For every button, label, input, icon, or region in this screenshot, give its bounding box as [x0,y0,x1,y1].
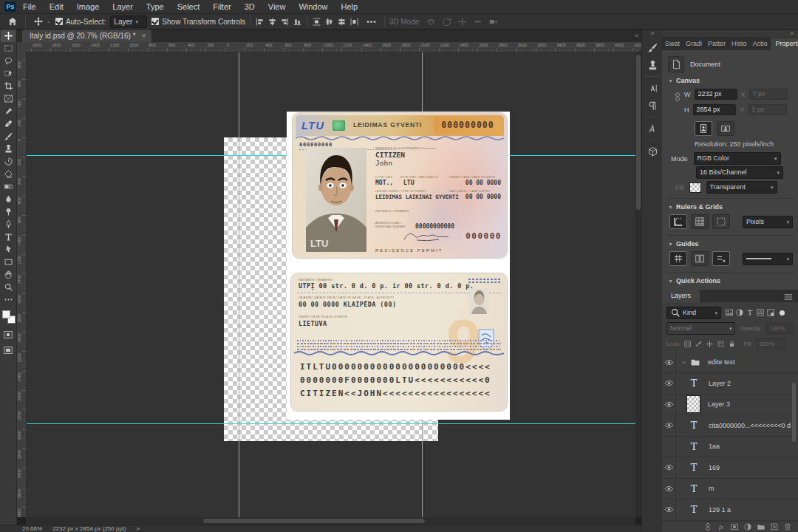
collapse-panels-icon[interactable]: » [790,30,794,37]
crop-tool[interactable] [1,80,16,92]
lock-all-icon[interactable] [728,340,736,348]
guide-style-dropdown[interactable]: ▾ [743,253,793,265]
3d-orbit-icon[interactable] [426,17,436,27]
document-tab[interactable]: Italy id.psd @ 20.7% (RGB/16) * × [22,30,151,42]
marquee-tool[interactable] [1,42,16,55]
units-dropdown[interactable]: Pixels▾ [743,216,793,228]
layers-menu-icon[interactable] [783,292,794,302]
text-layer-icon[interactable]: T [686,437,701,455]
tab-swat[interactable]: Swat [662,38,683,50]
visibility-eye-icon[interactable] [662,457,676,478]
show-transform-checkbox[interactable] [151,18,159,25]
toggle-snap-icon[interactable] [712,214,730,229]
distribute-left-icon[interactable] [349,17,359,27]
layer-row[interactable]: T m [662,478,798,499]
layer-row[interactable]: edite text [662,352,798,373]
healing-brush-tool[interactable] [1,117,16,130]
pen-tool[interactable] [1,218,16,231]
align-right-icon[interactable] [280,17,290,27]
distribute-top-icon[interactable] [312,17,321,27]
history-brush-tool[interactable] [1,155,16,168]
3d-icon[interactable] [642,143,663,160]
filter-smart-objects-icon[interactable] [766,308,775,317]
panel-collapse-icon[interactable]: » [635,30,638,42]
layer-row[interactable]: T Layer 2 [662,373,798,395]
layer-effects-icon[interactable]: fx [717,522,726,531]
menu-file[interactable]: File [16,0,43,13]
paragraph-icon[interactable] [642,97,663,115]
blur-tool[interactable] [1,193,16,205]
filter-adjustment-layers-icon[interactable] [735,308,744,317]
photoshop-logo[interactable]: Ps [4,1,16,12]
menu-select[interactable]: Select [171,0,207,13]
dodge-tool[interactable] [1,205,16,218]
visibility-eye-icon[interactable] [662,436,676,457]
more-options-icon[interactable]: ••• [364,18,380,26]
layers-tab[interactable]: Layers [662,290,700,302]
tab-histo[interactable]: Histo [729,38,750,50]
landscape-orientation-icon[interactable] [717,121,734,136]
canvas-viewport[interactable]: LTU LEIDIMAS GYVENTI 000000000 000000000 [26,52,635,517]
link-layers-icon[interactable] [703,522,712,531]
auto-select-target-dropdown[interactable]: Layer▾ [110,16,147,28]
menu-filter[interactable]: Filter [206,0,237,13]
character-icon[interactable] [642,79,663,97]
zoom-level[interactable]: 20.66% [22,525,42,532]
filter-kind-dropdown[interactable]: Kind▾ [666,307,721,319]
menu-help[interactable]: Help [335,0,365,13]
menu-edit[interactable]: Edit [43,0,70,13]
lock-artboard-icon[interactable] [717,340,725,348]
guide-horizontal-2[interactable] [26,423,635,424]
auto-select-checkbox[interactable] [55,18,63,25]
rulers-grids-header[interactable]: ▼Rulers & Grids [668,203,723,211]
align-left-icon[interactable] [255,17,265,27]
text-layer-icon[interactable]: T [686,417,701,434]
visibility-eye-icon[interactable] [662,373,676,394]
tab-actio[interactable]: Actio [750,38,771,50]
layer-row[interactable]: T cita0000000...<<<<<<<<0 d [662,415,798,437]
clone-stamp-tool[interactable] [1,143,16,155]
quick-actions-header[interactable]: ▼Quick Actions [668,277,720,284]
visibility-eye-icon[interactable] [662,394,676,415]
color-swatches[interactable] [2,310,14,322]
shape-tool[interactable] [1,256,16,268]
tab-patter[interactable]: Patter [705,38,729,50]
screen-mode-icon[interactable] [1,344,16,356]
layer-row[interactable]: T 129 1 a [662,499,798,521]
layers-scrollbar[interactable] [792,383,796,442]
home-icon[interactable] [4,16,21,27]
clear-guides-icon[interactable] [712,251,730,266]
new-group-icon[interactable] [757,522,765,531]
menu-window[interactable]: Window [292,0,334,13]
layer-row[interactable]: T 169 [662,457,798,479]
distribute-bottom-icon[interactable] [337,17,347,27]
menu-layer[interactable]: Layer [106,0,140,13]
align-center-icon[interactable] [267,17,277,27]
ruler-origin-corner[interactable] [16,42,27,52]
delete-layer-icon[interactable] [783,522,792,531]
3d-camera-icon[interactable] [488,17,498,27]
layer-row[interactable]: T 1aa [662,436,798,457]
frame-tool[interactable] [1,92,16,105]
add-mask-icon[interactable] [730,522,739,531]
bit-depth-dropdown[interactable]: 16 Bits/Channel▾ [696,166,783,179]
portrait-orientation-icon[interactable] [695,121,712,136]
fill-swatch[interactable] [689,183,701,193]
lock-position-icon[interactable] [706,340,714,348]
eyedropper-tool[interactable] [1,105,16,117]
guide-vertical-1[interactable] [239,52,239,517]
toggle-grid-icon[interactable] [691,214,709,229]
expand-panels-icon[interactable]: » [642,30,663,38]
lock-paint-icon[interactable] [695,340,703,348]
tab-gradi[interactable]: Gradi [683,38,705,50]
move-tool[interactable] [1,30,16,42]
filter-pixel-layers-icon[interactable] [725,308,734,317]
layer-thumbnail[interactable] [686,395,700,413]
adjustment-layer-icon[interactable] [743,522,752,531]
visibility-eye-icon[interactable] [662,352,676,372]
move-tool-icon[interactable] [30,16,47,27]
menu-3d[interactable]: 3D [238,0,262,13]
lasso-tool[interactable] [1,55,16,67]
3d-pan-icon[interactable] [457,17,467,27]
visibility-eye-icon[interactable] [662,499,676,520]
